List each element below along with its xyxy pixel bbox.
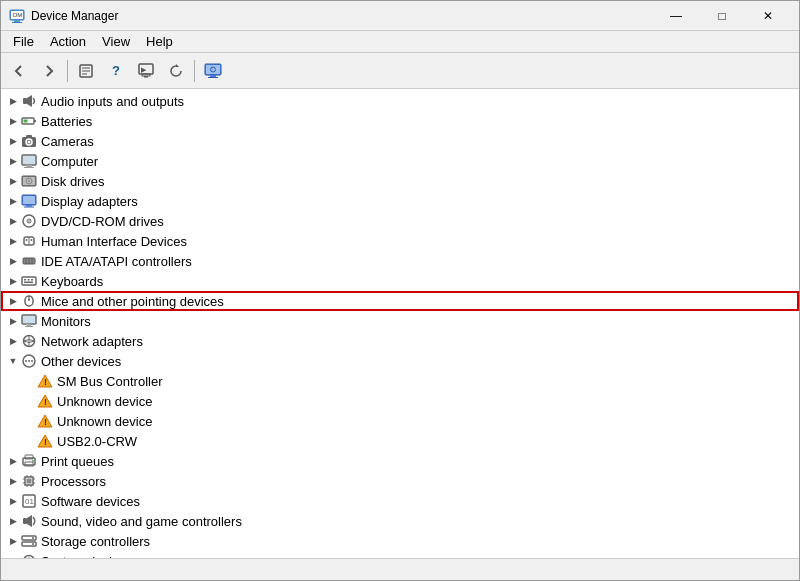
svg-text:▶: ▶ <box>141 66 147 73</box>
tree-item-ide[interactable]: ▶ IDE ATA/ATAPI controllers <box>1 251 799 271</box>
icon-ide <box>21 253 37 269</box>
menu-bar: File Action View Help <box>1 31 799 53</box>
svg-rect-61 <box>23 316 35 323</box>
expander-monitors: ▶ <box>5 313 21 329</box>
tree-item-sound[interactable]: ▶ Sound, video and game controllers <box>1 511 799 531</box>
icon-storage <box>21 533 37 549</box>
label-smbus: SM Bus Controller <box>57 374 162 389</box>
refresh-button[interactable] <box>162 57 190 85</box>
menu-action[interactable]: Action <box>42 32 94 51</box>
forward-button[interactable] <box>35 57 63 85</box>
label-keyboards: Keyboards <box>41 274 103 289</box>
tree-item-unknown1[interactable]: ! Unknown device <box>1 391 799 411</box>
label-monitors: Monitors <box>41 314 91 329</box>
window-title: Device Manager <box>31 9 653 23</box>
label-storage: Storage controllers <box>41 534 150 549</box>
svg-point-67 <box>25 360 27 362</box>
tree-item-network[interactable]: ▶ Network adapters <box>1 331 799 351</box>
minimize-button[interactable]: — <box>653 1 699 31</box>
svg-rect-2 <box>12 22 22 23</box>
icon-keyboards <box>21 273 37 289</box>
expander-display: ▶ <box>5 193 21 209</box>
tree-item-software[interactable]: ▶ 01 Software devices <box>1 491 799 511</box>
icon-unknown1-warning: ! <box>37 393 53 409</box>
svg-point-98 <box>32 537 34 539</box>
label-computer: Computer <box>41 154 98 169</box>
icon-print <box>21 453 37 469</box>
expander-batteries: ▶ <box>5 113 21 129</box>
tree-item-system[interactable]: ▶ System devices <box>1 551 799 558</box>
svg-rect-20 <box>23 98 27 104</box>
svg-rect-63 <box>25 326 33 327</box>
label-software: Software devices <box>41 494 140 509</box>
maximize-button[interactable]: □ <box>699 1 745 31</box>
label-print: Print queues <box>41 454 114 469</box>
tree-item-cameras[interactable]: ▶ Cameras <box>1 131 799 151</box>
expander-cameras: ▶ <box>5 133 21 149</box>
svg-rect-16 <box>210 75 216 77</box>
icon-smbus-warning: ! <box>37 373 53 389</box>
device-tree[interactable]: ▶ Audio inputs and outputs ▶ Batteri <box>1 89 799 558</box>
tree-item-batteries[interactable]: ▶ Batteries <box>1 111 799 131</box>
tree-item-mice[interactable]: ▶ Mice and other pointing devices <box>1 291 799 311</box>
expander-audio: ▶ <box>5 93 21 109</box>
scan-button[interactable]: ▶ <box>132 57 160 85</box>
svg-rect-32 <box>24 167 34 168</box>
expander-network: ▶ <box>5 333 21 349</box>
icon-other <box>21 353 37 369</box>
close-button[interactable]: ✕ <box>745 1 791 31</box>
tree-item-print[interactable]: ▶ Print queues <box>1 451 799 471</box>
expander-software: ▶ <box>5 493 21 509</box>
tree-item-storage[interactable]: ▶ Storage controllers <box>1 531 799 551</box>
menu-help[interactable]: Help <box>138 32 181 51</box>
svg-point-69 <box>31 360 33 362</box>
tree-item-computer[interactable]: ▶ Computer <box>1 151 799 171</box>
icon-software: 01 <box>21 493 37 509</box>
expander-keyboards: ▶ <box>5 273 21 289</box>
svg-text:01: 01 <box>25 497 34 506</box>
help-button[interactable]: ? <box>102 57 130 85</box>
tree-item-disk[interactable]: ▶ Disk drives <box>1 171 799 191</box>
svg-rect-15 <box>206 65 220 74</box>
label-mice: Mice and other pointing devices <box>41 294 224 309</box>
menu-view[interactable]: View <box>94 32 138 51</box>
tree-item-audio[interactable]: ▶ Audio inputs and outputs <box>1 91 799 111</box>
expander-storage: ▶ <box>5 533 21 549</box>
tree-item-display[interactable]: ▶ Display adapters <box>1 191 799 211</box>
svg-rect-52 <box>22 277 36 285</box>
menu-file[interactable]: File <box>5 32 42 51</box>
icon-cameras <box>21 133 37 149</box>
properties-button[interactable] <box>72 57 100 85</box>
svg-point-46 <box>26 239 28 241</box>
svg-rect-83 <box>27 479 32 484</box>
app-icon: DM <box>9 8 25 24</box>
icon-audio <box>21 93 37 109</box>
label-hid: Human Interface Devices <box>41 234 187 249</box>
tree-item-keyboards[interactable]: ▶ Keyboards <box>1 271 799 291</box>
svg-rect-54 <box>28 279 30 281</box>
icon-unknown2-warning: ! <box>37 413 53 429</box>
tree-item-dvd[interactable]: ▶ DVD/CD-ROM drives <box>1 211 799 231</box>
back-button[interactable] <box>5 57 33 85</box>
tree-item-hid[interactable]: ▶ Human Interface Devices <box>1 231 799 251</box>
monitor-icon-button[interactable]: ! <box>199 57 227 85</box>
expander-sound: ▶ <box>5 513 21 529</box>
svg-text:!: ! <box>212 67 213 72</box>
tree-item-usb2crw[interactable]: ! USB2.0-CRW <box>1 431 799 451</box>
label-network: Network adapters <box>41 334 143 349</box>
svg-rect-28 <box>26 135 32 138</box>
icon-display <box>21 193 37 209</box>
label-usb2crw: USB2.0-CRW <box>57 434 137 449</box>
tree-item-processors[interactable]: ▶ Processors <box>1 471 799 491</box>
icon-batteries <box>21 113 37 129</box>
svg-rect-56 <box>24 282 33 284</box>
title-bar: DM Device Manager — □ ✕ <box>1 1 799 31</box>
tree-item-other[interactable]: ▼ Other devices <box>1 351 799 371</box>
status-bar <box>1 558 799 580</box>
toolbar: ? ▶ ! <box>1 53 799 89</box>
tree-item-monitors[interactable]: ▶ Monitors <box>1 311 799 331</box>
tree-item-smbus[interactable]: ! SM Bus Controller <box>1 371 799 391</box>
tree-item-unknown2[interactable]: ! Unknown device <box>1 411 799 431</box>
svg-marker-13 <box>176 64 179 67</box>
svg-rect-24 <box>24 120 28 123</box>
